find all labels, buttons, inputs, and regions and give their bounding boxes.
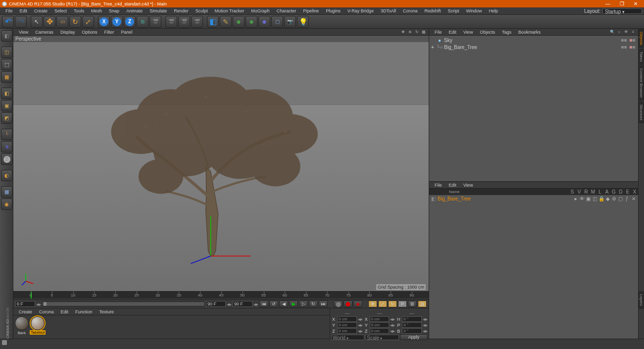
size-mode-dropdown[interactable]: Scale ▾: [365, 335, 398, 340]
menu-character[interactable]: Character: [273, 8, 300, 13]
frame-slider[interactable]: 0 F: [42, 301, 205, 306]
menu-file[interactable]: File: [2, 8, 16, 13]
timeline[interactable]: 051015202530354045505560657075808590: [13, 291, 429, 300]
obj-home-icon[interactable]: ⌂: [616, 30, 622, 35]
object-tree[interactable]: ●Sky+└○Big_Bare_Tree: [429, 36, 638, 182]
goto-start-button[interactable]: ⏮: [259, 300, 268, 307]
solo-icon[interactable]: ●: [573, 196, 578, 201]
xref-icon[interactable]: ✕: [631, 196, 636, 201]
vp-menu-options[interactable]: Options: [78, 30, 100, 35]
next-frame-button[interactable]: ▷: [299, 300, 308, 307]
mat-menu-texture[interactable]: Texture: [96, 309, 118, 314]
menu-select[interactable]: Select: [51, 8, 70, 13]
obj-menu-view[interactable]: View: [460, 30, 476, 35]
vp-nav-pan-icon[interactable]: ✥: [400, 30, 406, 35]
menu-redshift[interactable]: Redshift: [421, 8, 444, 13]
move-tool[interactable]: [44, 16, 55, 28]
coord-y[interactable]: 0 cm: [337, 322, 357, 328]
bend-button[interactable]: [258, 16, 270, 28]
menu-sculpt[interactable]: Sculpt: [192, 8, 211, 13]
menu-create[interactable]: Create: [31, 8, 51, 13]
object-mode-button[interactable]: ◧: [1, 88, 12, 99]
rectangle-tool[interactable]: ▭: [56, 16, 68, 28]
menu-corona[interactable]: Corona: [399, 8, 421, 13]
next-key-button[interactable]: ↻: [309, 300, 318, 307]
prev-key-button[interactable]: ↺: [269, 300, 278, 307]
goto-end-button[interactable]: ⏭: [319, 300, 328, 307]
subdivision-button[interactable]: [233, 16, 245, 28]
menu-v-ray-bridge[interactable]: V-Ray Bridge: [344, 8, 377, 13]
array-button[interactable]: [246, 16, 257, 28]
vp-nav-rotate-icon[interactable]: ↻: [414, 30, 420, 35]
apply-button[interactable]: Apply: [400, 334, 428, 340]
menu-3dtoall[interactable]: 3DToAll: [377, 8, 399, 13]
view-icon[interactable]: 👁: [579, 196, 585, 201]
pos-key-button[interactable]: ✥: [368, 300, 377, 307]
attr-menu-file[interactable]: File: [431, 183, 446, 188]
menu-snap[interactable]: Snap: [105, 8, 123, 13]
menu-animate[interactable]: Animate: [123, 8, 146, 13]
render-picture-viewer-button[interactable]: 🎬: [178, 16, 190, 28]
select-tool[interactable]: ↖: [31, 16, 43, 28]
render-view-button[interactable]: 🎬: [149, 16, 161, 28]
minimize-button[interactable]: —: [601, 0, 614, 7]
make-editable-button[interactable]: ◧: [1, 30, 12, 42]
coord-mode-dropdown[interactable]: World ▾: [331, 335, 364, 340]
key-mode-button[interactable]: ▤: [418, 300, 427, 307]
tweak-button[interactable]: ▦: [1, 186, 12, 198]
menu-motion-tracker[interactable]: Motion Tracker: [211, 8, 248, 13]
attr-menu-view[interactable]: View: [460, 183, 476, 188]
prev-frame-button[interactable]: ◀: [279, 300, 288, 307]
size-z[interactable]: 0 cm: [370, 328, 390, 334]
size-y[interactable]: 0 cm: [370, 322, 390, 328]
layer-list[interactable]: ◧ Big_Bare_Tree ● 👁 ▣ ◫ 🔒 ◆ ⚙ ▢ ƒ ✕: [429, 195, 638, 339]
render-active-button[interactable]: 🎬: [165, 16, 177, 28]
obj-menu-edit[interactable]: Edit: [446, 30, 460, 35]
menu-window[interactable]: Window: [462, 8, 485, 13]
render-icon[interactable]: ▣: [586, 196, 591, 201]
autokey-button[interactable]: ⬤: [344, 300, 352, 307]
menu-mograph[interactable]: MoGraph: [248, 8, 273, 13]
light-button[interactable]: [297, 16, 309, 28]
keyframe-button[interactable]: ◉: [353, 300, 362, 307]
frame-start[interactable]: 0 F: [15, 301, 35, 307]
object-axis-button[interactable]: ◩: [1, 112, 12, 124]
param-key-button[interactable]: P: [398, 300, 407, 307]
scale-tool[interactable]: [82, 16, 94, 28]
render-settings-button[interactable]: 🎬: [191, 16, 203, 28]
anim-icon[interactable]: ◆: [605, 196, 610, 201]
vp-menu-view[interactable]: View: [15, 30, 32, 35]
vp-menu-cameras[interactable]: Cameras: [32, 30, 57, 35]
obj-menu-icon[interactable]: ≡: [630, 30, 636, 35]
menu-edit[interactable]: Edit: [16, 8, 31, 13]
workplane-button[interactable]: ▦: [1, 71, 12, 83]
model-button[interactable]: ▣: [1, 100, 12, 111]
attr-menu-edit[interactable]: Edit: [446, 183, 460, 188]
record-button[interactable]: ⬤: [334, 300, 343, 307]
close-button[interactable]: ✕: [629, 0, 642, 7]
gen-icon[interactable]: ⚙: [611, 196, 617, 201]
rot-b[interactable]: 0 °: [402, 328, 422, 334]
obj-menu-bookmarks[interactable]: Bookmarks: [515, 30, 544, 35]
rot-p[interactable]: 0 °: [402, 322, 422, 328]
camera-button[interactable]: 📷: [284, 16, 296, 28]
frame-end[interactable]: 90 F: [233, 301, 252, 307]
vp-menu-filter[interactable]: Filter: [100, 30, 117, 35]
workplane-mode-button[interactable]: ◐: [1, 170, 12, 181]
expr-icon[interactable]: ƒ: [624, 196, 630, 201]
tab-objects[interactable]: Objects: [639, 29, 644, 48]
mat-menu-edit[interactable]: Edit: [57, 309, 72, 314]
vp-menu-panel[interactable]: Panel: [117, 30, 136, 35]
material-bark[interactable]: Bark: [14, 316, 29, 335]
rot-key-button[interactable]: ↻: [388, 300, 397, 307]
pla-key-button[interactable]: ⊞: [408, 300, 417, 307]
manager-icon[interactable]: ◫: [592, 196, 597, 201]
z-axis-lock[interactable]: Z: [124, 16, 136, 28]
menu-help[interactable]: Help: [486, 8, 502, 13]
obj-eye-icon[interactable]: 👁: [623, 30, 629, 35]
obj-menu-tags[interactable]: Tags: [498, 30, 515, 35]
undo-button[interactable]: ↶: [2, 16, 14, 28]
coord-z[interactable]: 0 cm: [337, 328, 357, 334]
menu-simulate[interactable]: Simulate: [146, 8, 170, 13]
snap-button[interactable]: S: [1, 153, 12, 165]
